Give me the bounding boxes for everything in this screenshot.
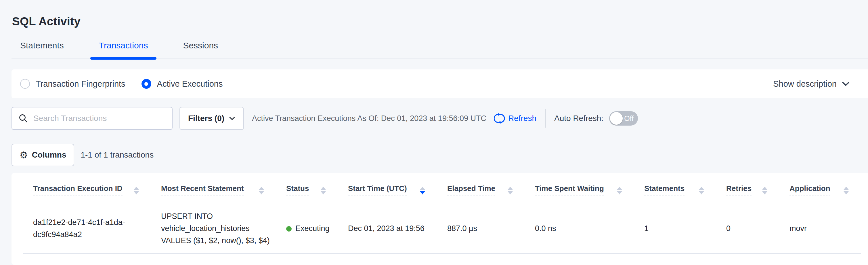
- toggle-knob-icon: [610, 112, 623, 125]
- chevron-down-icon: [229, 116, 235, 121]
- table-row[interactable]: da1f21e2-de71-4c1f-a1da-dc9fc94a84a2 UPS…: [23, 204, 861, 254]
- gear-icon: ⚙: [20, 150, 28, 160]
- radio-selected-icon[interactable]: [142, 79, 151, 89]
- radio-label: Active Executions: [157, 79, 223, 89]
- column-header-status[interactable]: Status: [276, 173, 338, 204]
- sort-icon[interactable]: [259, 186, 264, 194]
- cell-most-recent-statement: UPSERT INTO vehicle_location_histories V…: [151, 204, 276, 254]
- table-header-row: Transaction Execution ID Most Recent Sta…: [23, 173, 861, 204]
- toggle-state-label: Off: [624, 114, 633, 123]
- sql-activity-page: SQL Activity Statements Transactions Ses…: [0, 0, 868, 265]
- cell-start-time: Dec 01, 2023 at 19:56: [338, 204, 437, 254]
- refresh-icon: [494, 113, 505, 124]
- sort-icon[interactable]: [321, 186, 326, 194]
- sort-icon[interactable]: [617, 186, 622, 194]
- columns-label: Columns: [32, 150, 66, 160]
- columns-button[interactable]: ⚙ Columns: [11, 144, 74, 166]
- chevron-down-icon: [842, 81, 849, 86]
- sort-icon[interactable]: [134, 186, 139, 194]
- search-box[interactable]: [11, 107, 173, 130]
- radio-unselected-icon[interactable]: [20, 79, 30, 89]
- filters-button[interactable]: Filters (0): [180, 107, 244, 130]
- table-toolbar: ⚙ Columns 1-1 of 1 transactions: [11, 144, 868, 166]
- refresh-button[interactable]: Refresh: [494, 113, 536, 124]
- auto-refresh-toggle[interactable]: Off: [609, 111, 638, 126]
- column-header-retries[interactable]: Retries: [716, 173, 779, 204]
- sort-icon[interactable]: [843, 186, 849, 194]
- cell-transaction-execution-id: da1f21e2-de71-4c1f-a1da-dc9fc94a84a2: [23, 204, 151, 254]
- radio-transaction-fingerprints[interactable]: Transaction Fingerprints: [20, 79, 125, 89]
- show-description-label: Show description: [773, 79, 837, 89]
- column-header-time-spent-waiting[interactable]: Time Spent Waiting: [525, 173, 634, 204]
- transactions-table: Transaction Execution ID Most Recent Sta…: [23, 173, 861, 254]
- tab-transactions[interactable]: Transactions: [90, 41, 157, 58]
- column-header-start-time[interactable]: Start Time (UTC): [338, 173, 437, 204]
- view-mode-card: Transaction Fingerprints Active Executio…: [11, 70, 868, 98]
- search-input[interactable]: [33, 114, 166, 123]
- cell-time-spent-waiting: 0.0 ns: [525, 204, 634, 254]
- divider: [545, 109, 546, 128]
- refresh-label: Refresh: [508, 114, 536, 123]
- search-icon: [19, 113, 28, 123]
- filters-label: Filters (0): [188, 114, 224, 123]
- status-executing-dot-icon: [286, 226, 291, 232]
- column-header-most-recent-statement[interactable]: Most Recent Statement: [151, 173, 276, 204]
- column-header-statements[interactable]: Statements: [634, 173, 716, 204]
- sort-icon[interactable]: [508, 186, 513, 194]
- radio-active-executions[interactable]: Active Executions: [142, 79, 223, 89]
- tab-statements[interactable]: Statements: [11, 41, 72, 58]
- filter-toolbar: Filters (0) Active Transaction Execution…: [11, 106, 868, 131]
- radio-label: Transaction Fingerprints: [36, 79, 125, 89]
- as-of-timestamp: Active Transaction Executions As Of: Dec…: [252, 114, 486, 123]
- cell-application: movr: [779, 204, 861, 254]
- result-count: 1-1 of 1 transactions: [81, 150, 154, 160]
- sort-icon[interactable]: [699, 186, 704, 194]
- tab-sessions[interactable]: Sessions: [174, 41, 227, 58]
- sort-desc-icon[interactable]: [420, 186, 425, 194]
- cell-status: Executing: [276, 204, 338, 254]
- column-header-application[interactable]: Application: [779, 173, 861, 204]
- column-header-transaction-execution-id[interactable]: Transaction Execution ID: [23, 173, 151, 204]
- transactions-table-card: Transaction Execution ID Most Recent Sta…: [11, 173, 868, 265]
- tab-bar: Statements Transactions Sessions: [11, 28, 868, 58]
- show-description-button[interactable]: Show description: [773, 79, 849, 89]
- cell-statements: 1: [634, 204, 716, 254]
- sort-icon[interactable]: [762, 186, 767, 194]
- column-header-elapsed-time[interactable]: Elapsed Time: [437, 173, 525, 204]
- cell-retries: 0: [716, 204, 779, 254]
- auto-refresh-label: Auto Refresh:: [554, 114, 603, 123]
- cell-elapsed-time: 887.0 µs: [437, 204, 525, 254]
- view-mode-radio-group: Transaction Fingerprints Active Executio…: [20, 79, 223, 89]
- page-title: SQL Activity: [0, 0, 868, 28]
- status-label: Executing: [296, 223, 330, 235]
